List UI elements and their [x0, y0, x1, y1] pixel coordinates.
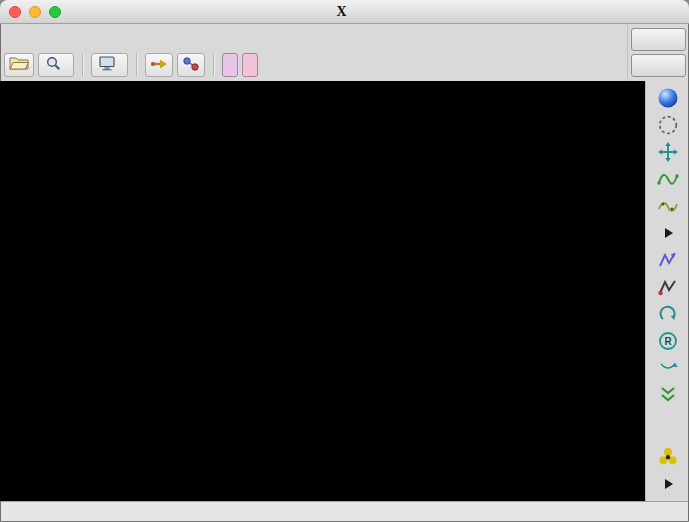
magnifier-icon [46, 56, 61, 74]
close-window-button[interactable] [9, 6, 21, 18]
translate-arrows-icon[interactable] [650, 138, 686, 165]
right-panel-buttons [627, 24, 689, 81]
map-button[interactable] [631, 54, 686, 77]
display-manager-button[interactable] [91, 53, 128, 77]
expand-more-icon[interactable] [650, 219, 686, 246]
statusbar [0, 501, 689, 522]
main-row: R [0, 81, 689, 501]
zoom-window-button[interactable] [49, 6, 61, 18]
menu-measures[interactable] [46, 33, 56, 41]
window-title-group: X [336, 4, 352, 20]
goto-arrow-icon [150, 57, 168, 74]
coot-window: X [0, 0, 689, 522]
menu-about[interactable] [76, 33, 86, 41]
add-terminal-residue-icon[interactable] [650, 381, 686, 408]
menu-file[interactable] [6, 33, 16, 41]
real-space-refine-icon[interactable] [650, 165, 686, 192]
toolbar-separator [82, 54, 83, 76]
x11-icon: X [336, 4, 346, 20]
atom-pair-button[interactable] [177, 53, 205, 77]
menu-extensions[interactable] [96, 33, 106, 41]
hydrogens-toggle-button[interactable] [222, 53, 238, 77]
simple-mutate-icon[interactable] [650, 443, 686, 470]
menu-validate[interactable] [56, 33, 66, 41]
go-to-atom-button[interactable] [145, 53, 173, 77]
modelling-toolbar: R [645, 81, 689, 501]
dashed-circle-icon[interactable] [650, 111, 686, 138]
folder-open-icon [9, 56, 29, 74]
rotamers-icon[interactable] [650, 273, 686, 300]
reset-view-button[interactable] [38, 53, 74, 77]
open-coordinates-button[interactable] [4, 53, 34, 77]
toolbar-separator [213, 54, 214, 76]
phenix-connection-badge[interactable] [242, 53, 258, 77]
menu-edit[interactable] [16, 33, 26, 41]
minimize-window-button[interactable] [29, 6, 41, 18]
rrc-button[interactable] [631, 28, 686, 51]
toolbar-overflow-icon[interactable] [650, 470, 686, 497]
chrome-row [0, 24, 689, 81]
menu-hid[interactable] [66, 33, 76, 41]
molecule-icon [182, 56, 200, 75]
gl-viewport [0, 81, 645, 501]
menu-ligand[interactable] [86, 33, 96, 41]
toolbar [0, 50, 627, 80]
monitor-icon [99, 56, 115, 74]
globe-icon[interactable] [650, 84, 686, 111]
titlebar: X [0, 0, 689, 24]
window-controls [9, 0, 61, 23]
menu-phenix[interactable] [106, 33, 116, 41]
left-chrome [0, 24, 627, 81]
menu-calculate[interactable] [26, 33, 36, 41]
toolbar-separator [136, 54, 137, 76]
svg-text:R: R [664, 336, 672, 347]
torsion-edit-icon[interactable] [650, 300, 686, 327]
regularize-zone-icon[interactable] [650, 192, 686, 219]
gl-canvas[interactable] [0, 81, 645, 501]
side-chain-flip-icon[interactable] [650, 354, 686, 381]
menu-draw[interactable] [36, 33, 46, 41]
menubar [0, 24, 627, 50]
auto-fit-rotamer-icon[interactable] [650, 246, 686, 273]
rotate-translate-icon[interactable]: R [650, 327, 686, 354]
